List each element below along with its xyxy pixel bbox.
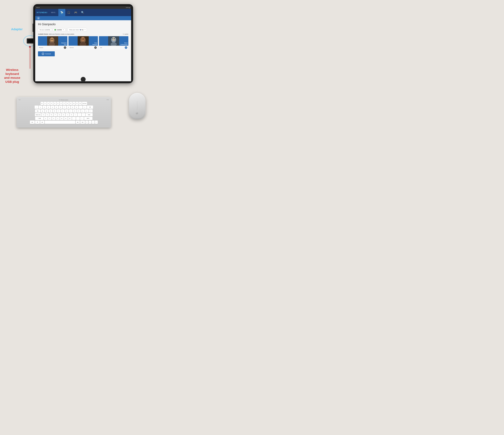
key-e[interactable]: E (49, 109, 52, 113)
key-i[interactable]: I (69, 109, 72, 113)
update-btn[interactable]: ↻ Update (123, 33, 128, 35)
key-f2[interactable]: F2 (47, 102, 50, 105)
key-f10[interactable]: F10 (72, 102, 75, 105)
key-9[interactable]: 9 (71, 106, 74, 109)
key-esc[interactable]: Esc (41, 102, 43, 105)
key-f11[interactable]: F11 (76, 102, 79, 105)
key-arrow-right[interactable]: ▸ (95, 120, 98, 124)
key-d[interactable]: D (49, 113, 53, 116)
key-r[interactable]: R (53, 109, 56, 113)
key-alt-right[interactable]: Alt (76, 120, 80, 124)
share-music-btn[interactable]: Share your music ◀ Yes ▾ (68, 28, 87, 31)
key-t[interactable]: T (57, 109, 60, 113)
kbd-row-asdf: Caps Lock A S D F G H J K L ; ' Enter (18, 113, 109, 116)
key-g[interactable]: G (57, 113, 61, 116)
key-period[interactable]: . (76, 117, 80, 120)
key-backspace[interactable]: ⌫ (87, 106, 93, 109)
key-f12[interactable]: F12 (79, 102, 82, 105)
key-f[interactable]: F (54, 113, 57, 116)
key-backspace-top[interactable]: Back Space (82, 102, 87, 105)
nav-item-wevo[interactable]: WEVO... (49, 9, 58, 16)
key-tilde[interactable]: ~` (35, 106, 38, 109)
set-availability-btn[interactable]: Set your availability (38, 28, 52, 31)
key-q[interactable]: Q (41, 109, 44, 113)
svg-point-11 (83, 38, 84, 39)
key-5[interactable]: 5 (55, 106, 58, 109)
key-f1[interactable]: F1 (44, 102, 46, 105)
key-minus[interactable]: - (79, 106, 82, 109)
svg-point-18 (114, 38, 115, 39)
key-caps[interactable]: Caps Lock (35, 113, 41, 116)
key-tab[interactable]: Tab (35, 109, 40, 113)
key-m[interactable]: M (68, 117, 72, 120)
key-shift-right[interactable]: Shift ⇧ (84, 117, 92, 120)
key-comma[interactable]: , (72, 117, 76, 120)
key-f3[interactable]: F3 (50, 102, 53, 105)
key-arrow-left[interactable]: ◂ (85, 120, 88, 124)
key-1[interactable]: 1 (39, 106, 42, 109)
friend-1-action-label: Remove (39, 47, 43, 48)
friend-1-action-icon[interactable]: − (64, 46, 66, 49)
key-ctrl-right[interactable]: Ctrl (80, 120, 85, 124)
key-b[interactable]: B (60, 117, 64, 120)
key-f6[interactable]: F6 (60, 102, 63, 105)
key-7[interactable]: 7 (63, 106, 66, 109)
key-n[interactable]: N (64, 117, 68, 120)
key-v[interactable]: V (56, 117, 60, 120)
nav-item-headphones[interactable]: 🎧 (65, 9, 72, 16)
key-rbracket[interactable]: ] (85, 109, 89, 113)
key-equals[interactable]: = (83, 106, 87, 109)
key-8[interactable]: 8 (67, 106, 70, 109)
key-f4[interactable]: F4 (53, 102, 56, 105)
key-k[interactable]: K (70, 113, 73, 116)
key-enter[interactable]: Enter (86, 113, 93, 116)
key-semicolon[interactable]: ; (78, 113, 81, 116)
key-alt-left[interactable]: Alt (40, 120, 44, 124)
friend-2-action-icon[interactable]: − (94, 46, 97, 49)
nav-item-broadcast[interactable]: 📡 (58, 9, 65, 16)
key-j[interactable]: J (66, 113, 69, 116)
key-f8[interactable]: F8 (66, 102, 69, 105)
key-c[interactable]: C (52, 117, 56, 120)
friend-1-name: GianpaoloTucci (61, 42, 67, 46)
key-slash[interactable]: / (80, 117, 84, 120)
key-0[interactable]: 0 (75, 106, 79, 109)
available-status-btn[interactable]: Available ▾ (53, 28, 65, 31)
key-h[interactable]: H (62, 113, 65, 116)
friend-3-action[interactable]: Add + (99, 46, 128, 49)
key-4[interactable]: 4 (51, 106, 54, 109)
key-y[interactable]: Y (61, 109, 64, 113)
key-f7[interactable]: F7 (63, 102, 66, 105)
key-backslash[interactable]: \ (89, 109, 93, 113)
key-lbracket[interactable]: [ (81, 109, 85, 113)
nav-item-search[interactable]: 🔍 (79, 9, 86, 16)
key-space[interactable] (45, 120, 75, 124)
key-o[interactable]: O (73, 109, 77, 113)
key-u[interactable]: U (65, 109, 69, 113)
key-f5[interactable]: F5 (57, 102, 59, 105)
key-6[interactable]: 6 (59, 106, 62, 109)
connect-button[interactable]: ✓ Connect (38, 51, 55, 56)
key-quote[interactable]: ' (82, 113, 85, 116)
key-s[interactable]: S (45, 113, 49, 116)
friend-2-action[interactable]: Remove − (69, 46, 98, 49)
key-l[interactable]: L (74, 113, 77, 116)
key-2[interactable]: 2 (43, 106, 46, 109)
key-f9[interactable]: F9 (69, 102, 72, 105)
key-3[interactable]: 3 (47, 106, 50, 109)
key-arrow-down[interactable]: ▾ (92, 120, 95, 124)
friend-3-action-icon[interactable]: + (125, 46, 127, 49)
key-p[interactable]: P (77, 109, 81, 113)
key-ctrl-left[interactable]: Ctrl (30, 120, 35, 124)
key-shift-left[interactable]: ⇧ Shift (35, 117, 44, 120)
key-windows[interactable]: ⊞ (35, 120, 40, 124)
key-arrow-up[interactable]: ▴ (89, 120, 91, 124)
friend-1-action[interactable]: Remove − (38, 46, 67, 49)
key-w[interactable]: W (45, 109, 48, 113)
key-a[interactable]: A (41, 113, 45, 116)
nav-item-gamepad[interactable]: 🎮 (72, 9, 79, 16)
tablet-home-button[interactable] (81, 77, 86, 82)
key-x[interactable]: X (48, 117, 52, 120)
nav-logo: HYUNDAI (35, 9, 49, 16)
key-z[interactable]: Z (44, 117, 47, 120)
